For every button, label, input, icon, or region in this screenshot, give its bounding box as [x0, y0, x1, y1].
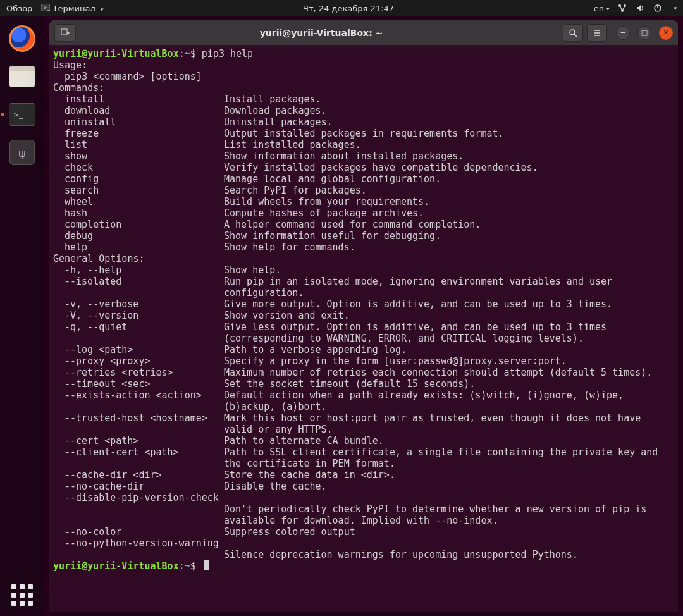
- firefox-icon: [9, 25, 35, 52]
- help-option-row: the certificate in PEM format.: [53, 458, 674, 469]
- maximize-button[interactable]: □: [637, 26, 651, 40]
- new-tab-button[interactable]: [54, 24, 76, 42]
- hamburger-menu-button[interactable]: [587, 24, 607, 42]
- help-option-row: --exists-action <action>Default action w…: [53, 390, 674, 401]
- terminal-icon: >_: [9, 103, 35, 126]
- terminal-window: yurii@yurii-VirtualBox: ~ ─ □ ✕ yurii@yu…: [49, 20, 678, 612]
- help-option-row: --isolatedRun pip in an isolated mode, i…: [53, 276, 674, 287]
- help-command-row: listList installed packages.: [53, 139, 674, 151]
- help-option-row: -q, --quietGive less output. Option is a…: [53, 321, 674, 333]
- help-command-row: wheelBuild wheels from your requirements…: [53, 196, 674, 207]
- window-title: yurii@yurii-VirtualBox: ~: [80, 28, 563, 38]
- help-option-row: --retries <retries>Maximum number of ret…: [53, 367, 674, 378]
- help-option-row: --disable-pip-version-check: [53, 492, 674, 503]
- help-option-row: -v, --verboseGive more output. Option is…: [53, 299, 674, 310]
- terminal-content[interactable]: yurii@yurii-VirtualBox:~$ pip3 helpUsage…: [49, 46, 678, 612]
- help-option-row: --timeout <sec>Set the socket timeout (d…: [53, 378, 674, 390]
- volume-icon[interactable]: [636, 4, 644, 13]
- dock-terminal[interactable]: >_: [6, 99, 38, 130]
- show-applications-button[interactable]: [11, 584, 33, 606]
- dock: >_ ψ: [0, 16, 44, 616]
- help-option-row: --no-colorSuppress colored output: [53, 526, 674, 538]
- dock-files[interactable]: [6, 61, 38, 92]
- help-option-row: --client-cert <path>Path to SSL client c…: [53, 447, 674, 458]
- help-command-row: configManage local and global configurat…: [53, 173, 674, 185]
- clock[interactable]: Чт, 24 декабря 21:47: [103, 4, 593, 13]
- help-command-row: uninstallUninstall packages.: [53, 116, 674, 128]
- search-button[interactable]: [563, 24, 583, 42]
- help-option-row: valid or any HTTPS.: [53, 424, 674, 435]
- help-command-row: completionA helper command used for comm…: [53, 219, 674, 230]
- help-option-row: -h, --helpShow help.: [53, 264, 674, 276]
- help-option-row: -V, --versionShow version and exit.: [53, 310, 674, 321]
- help-option-row: --no-cache-dirDisable the cache.: [53, 481, 674, 492]
- terminal-app-icon: >_: [41, 3, 50, 12]
- help-command-row: freezeOutput installed packages in requi…: [53, 128, 674, 139]
- files-icon: [9, 66, 35, 87]
- minimize-button[interactable]: ─: [616, 26, 630, 40]
- help-command-row: downloadDownload packages.: [53, 105, 674, 116]
- svg-text:>_: >_: [43, 5, 50, 11]
- usb-icon: ψ: [9, 140, 35, 165]
- dock-firefox[interactable]: [6, 23, 38, 54]
- help-option-row: --proxy <proxy>Specify a proxy in the fo…: [53, 355, 674, 367]
- svg-rect-7: [61, 29, 67, 35]
- focused-app-label: Терминал: [53, 4, 95, 13]
- help-command-row: installInstall packages.: [53, 94, 674, 105]
- svg-point-10: [570, 30, 575, 35]
- help-command-row: searchSearch PyPI for packages.: [53, 185, 674, 196]
- focused-app-menu[interactable]: >_ Терминал ▾: [41, 3, 103, 13]
- help-command-row: showShow information about installed pac…: [53, 151, 674, 162]
- help-option-row: (b)ackup, (a)bort.: [53, 401, 674, 412]
- close-button[interactable]: ✕: [659, 26, 673, 40]
- keyboard-layout-indicator[interactable]: en▾: [594, 4, 610, 13]
- help-option-row: (corresponding to WARNING, ERROR, and CR…: [53, 333, 674, 344]
- network-icon[interactable]: [618, 4, 627, 13]
- system-menu-chevron-icon[interactable]: ▾: [674, 5, 677, 11]
- help-option-row: available for download. Implied with --n…: [53, 515, 674, 526]
- help-option-row: --log <path>Path to a verbose appending …: [53, 344, 674, 355]
- help-command-row: hashCompute hashes of package archives.: [53, 207, 674, 219]
- help-command-row: helpShow help for commands.: [53, 242, 674, 253]
- help-option-row: --cache-dir <dir>Store the cache data in…: [53, 469, 674, 481]
- gnome-top-panel: Обзор >_ Терминал ▾ Чт, 24 декабря 21:47…: [0, 0, 683, 16]
- help-command-row: debugShow information useful for debuggi…: [53, 230, 674, 242]
- help-option-row: --cert <path>Path to alternate CA bundle…: [53, 435, 674, 447]
- dock-usb-device[interactable]: ψ: [6, 137, 38, 168]
- help-option-row: configuration.: [53, 287, 674, 299]
- titlebar[interactable]: yurii@yurii-VirtualBox: ~ ─ □ ✕: [49, 20, 678, 46]
- help-command-row: checkVerify installed packages have comp…: [53, 162, 674, 173]
- power-icon[interactable]: [653, 4, 662, 13]
- activities-button[interactable]: Обзор: [6, 4, 32, 13]
- help-option-row: --no-python-version-warning: [53, 538, 674, 549]
- help-option-row: --trusted-host <hostname>Mark this host …: [53, 412, 674, 424]
- svg-line-11: [574, 34, 577, 37]
- help-option-row: Don't periodically check PyPI to determi…: [53, 503, 674, 515]
- help-option-row: Silence deprecation warnings for upcomin…: [53, 549, 674, 560]
